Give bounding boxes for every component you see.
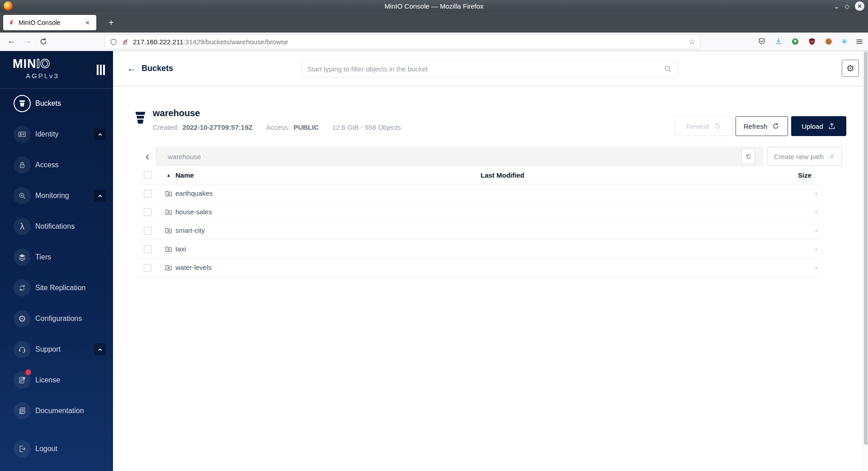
bookmark-star-icon[interactable]: ☆: [689, 37, 695, 47]
column-header-size[interactable]: Size: [798, 171, 811, 179]
chevron-up-icon[interactable]: [94, 190, 106, 202]
insecure-lock-icon[interactable]: [121, 38, 129, 46]
sidebar-item-configurations[interactable]: ⚙ Configurations: [0, 310, 113, 327]
refresh-button[interactable]: Refresh: [736, 116, 788, 136]
minio-logo: MINIO: [13, 57, 50, 71]
sidebar-item-monitoring[interactable]: Monitoring: [0, 187, 113, 204]
object-name[interactable]: smart-city: [175, 226, 205, 234]
replication-sync-icon: [14, 279, 31, 297]
window-close-icon[interactable]: ✕: [855, 1, 864, 11]
table-row[interactable]: house-sales -: [136, 203, 821, 221]
tab-close-icon[interactable]: ✕: [83, 19, 92, 27]
cookie-extension-icon[interactable]: [824, 37, 833, 46]
breadcrumb[interactable]: ← Buckets: [127, 51, 173, 86]
gear-icon: ⚙: [846, 63, 854, 74]
bucket-metadata: Created: 2022-10-27T09:57:19Z Access: PU…: [153, 123, 401, 131]
select-all-checkbox[interactable]: [144, 171, 151, 179]
object-size: -: [815, 245, 817, 253]
sidebar-item-logout[interactable]: Logout: [0, 440, 113, 457]
upload-button[interactable]: Upload: [791, 116, 846, 136]
upload-icon: [828, 122, 836, 130]
browser-tab[interactable]: MinIO Console ✕: [3, 15, 96, 30]
table-row[interactable]: smart-city -: [136, 221, 821, 240]
access-value: PUBLIC: [293, 123, 319, 131]
sidebar-item-site-replication[interactable]: Site Replication: [0, 279, 113, 297]
create-new-path-button[interactable]: Create new path: [767, 147, 842, 166]
flamingo-favicon-icon: [8, 19, 15, 26]
page-scrollbar[interactable]: [863, 51, 868, 471]
filter-search-box: [302, 60, 678, 77]
bucket-icon: [135, 112, 146, 124]
object-name[interactable]: earthquakes: [175, 189, 213, 197]
chevron-up-icon[interactable]: [94, 128, 106, 140]
main-content: ← Buckets ⚙ warehouse Created: 2022-10-2…: [113, 51, 863, 471]
downloads-icon[interactable]: [774, 37, 783, 46]
breadcrumb-buckets-link[interactable]: Buckets: [142, 64, 173, 73]
sidebar-item-tiers[interactable]: Tiers: [0, 249, 113, 266]
sidebar-item-identity[interactable]: Identity: [0, 126, 113, 143]
back-arrow-icon[interactable]: ←: [127, 63, 136, 74]
window-maximize-icon[interactable]: ◇: [844, 3, 849, 9]
back-button[interactable]: ←: [7, 36, 15, 46]
pocket-icon[interactable]: [757, 37, 766, 46]
table-row[interactable]: earthquakes -: [136, 184, 821, 203]
ublock-origin-icon[interactable]: UO: [807, 37, 816, 46]
current-path: warehouse: [168, 153, 201, 160]
sidebar-item-buckets[interactable]: Buckets: [0, 95, 113, 112]
sidebar-item-access[interactable]: Access: [0, 156, 113, 174]
objects-table: ▲ Name Last Modified Size earthquakes - …: [136, 170, 821, 277]
row-checkbox[interactable]: [144, 208, 151, 216]
chevron-up-icon[interactable]: [94, 344, 106, 355]
svg-text:UO: UO: [810, 40, 814, 43]
row-checkbox[interactable]: [144, 264, 151, 272]
window-titlebar: MinIO Console — Mozilla Firefox ⌄ ◇ ✕: [0, 0, 868, 12]
url-bar[interactable]: 217.160.222.211:31429/buckets/warehouse/…: [105, 35, 700, 49]
row-checkbox[interactable]: [144, 190, 151, 198]
sort-ascending-icon[interactable]: ▲: [166, 173, 171, 178]
access-label: Access:: [266, 123, 290, 131]
reload-button[interactable]: [39, 37, 48, 46]
sidebar-item-documentation[interactable]: Documentation: [0, 402, 113, 419]
url-path: :31429/buckets/warehouse/browse: [184, 38, 288, 46]
extension-green-icon[interactable]: [791, 37, 800, 46]
forward-button[interactable]: →: [24, 36, 32, 46]
hamburger-menu-icon[interactable]: [855, 38, 863, 46]
table-row[interactable]: water-levels -: [136, 259, 821, 277]
object-name[interactable]: house-sales: [175, 208, 212, 216]
folder-icon: [165, 226, 173, 235]
new-tab-button[interactable]: +: [105, 17, 118, 28]
sidebar-item-support[interactable]: Support: [0, 341, 113, 358]
sidebar-collapse-icon[interactable]: [97, 65, 105, 75]
copy-path-button[interactable]: [741, 149, 755, 164]
app-header: ← Buckets ⚙: [113, 51, 863, 86]
object-size: -: [815, 189, 817, 197]
object-size: -: [815, 264, 817, 271]
table-row[interactable]: taxi -: [136, 240, 821, 259]
column-header-name[interactable]: Name: [175, 171, 194, 179]
sidebar-item-license[interactable]: License: [0, 372, 113, 389]
extension-asterisk-icon[interactable]: ✳: [841, 37, 848, 47]
table-header-row: ▲ Name Last Modified Size: [136, 170, 821, 184]
tracking-shield-icon[interactable]: [109, 38, 118, 46]
row-checkbox[interactable]: [144, 227, 151, 235]
url-host: 217.160.222.211: [133, 38, 184, 46]
firefox-logo-icon: [4, 1, 13, 10]
column-header-last-modified[interactable]: Last Modified: [481, 171, 524, 179]
url-text[interactable]: 217.160.222.211:31429/buckets/warehouse/…: [133, 38, 689, 46]
path-back-button[interactable]: ‹: [139, 147, 156, 166]
bucket-summary: 12.6 GiB - 558 Objects: [332, 123, 401, 131]
window-minimize-icon[interactable]: ⌄: [834, 3, 839, 9]
scrollbar-thumb[interactable]: [864, 52, 868, 445]
sidebar-item-notifications[interactable]: λ Notifications: [0, 218, 113, 235]
refresh-icon: [772, 122, 780, 130]
rewind-button[interactable]: Rewind: [675, 116, 732, 136]
row-checkbox[interactable]: [144, 245, 151, 253]
lambda-icon: λ: [14, 218, 31, 235]
object-size: -: [815, 208, 817, 216]
object-name[interactable]: taxi: [175, 245, 186, 253]
logout-icon: [14, 440, 31, 457]
bucket-settings-button[interactable]: ⚙: [842, 60, 859, 77]
object-name[interactable]: water-levels: [175, 264, 212, 271]
filter-search-input[interactable]: [307, 65, 664, 73]
folder-icon: [165, 189, 173, 198]
